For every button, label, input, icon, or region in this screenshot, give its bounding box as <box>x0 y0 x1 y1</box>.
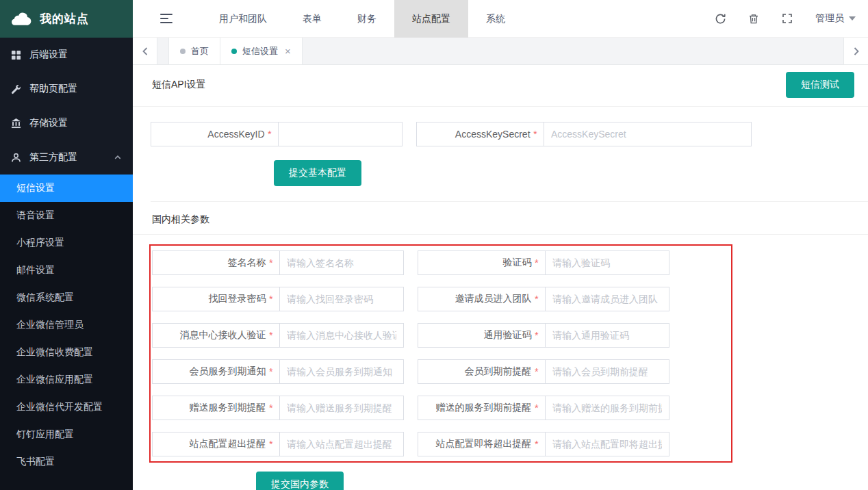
sidebar-item-email-settings[interactable]: 邮件设置 <box>0 257 133 284</box>
nav-item-system[interactable]: 系统 <box>468 0 523 38</box>
field-label: 赠送的服务到期前提醒* <box>418 396 546 420</box>
sidebar-item-wechat-system-config[interactable]: 微信系统配置 <box>0 284 133 311</box>
field-label: 站点配置超出提醒* <box>152 432 280 456</box>
sidebar-item-wecom-dev-config[interactable]: 企业微信代开发配置 <box>0 394 133 421</box>
message-center-receiver-input[interactable] <box>280 323 404 348</box>
admin-menu[interactable]: 管理员 <box>815 12 856 25</box>
chevron-up-icon <box>114 153 122 162</box>
field-member-expiry-reminder: 会员到期前提醒* <box>418 359 669 384</box>
sidebar-item-label: 后端设置 <box>29 49 68 61</box>
field-gift-service-expiry-reminder: 赠送服务到期提醒* <box>152 396 404 420</box>
sidebar-item-label: 帮助页配置 <box>29 83 77 95</box>
required-marker: * <box>535 402 538 413</box>
field-label: 站点配置即将超出提醒* <box>418 432 546 456</box>
tab-sms-settings[interactable]: 短信设置 × <box>220 38 303 64</box>
field-label: 赠送服务到期提醒* <box>152 396 280 420</box>
sidebar-item-dingtalk-app-config[interactable]: 钉钉应用配置 <box>0 421 133 448</box>
domestic-section-header: 国内相关参数 <box>133 202 868 235</box>
gift-service-pre-expiry-reminder-input[interactable] <box>546 396 669 420</box>
refresh-icon[interactable] <box>715 13 726 25</box>
tab-label: 短信设置 <box>242 45 278 57</box>
api-section-header: 短信API设置 短信测试 <box>133 65 868 107</box>
api-section-title: 短信API设置 <box>152 79 206 91</box>
gift-service-expiry-reminder-input[interactable] <box>280 396 404 420</box>
field-label: 消息中心接收人验证* <box>152 323 280 348</box>
nav-item-site-config[interactable]: 站点配置 <box>394 0 468 38</box>
required-marker: * <box>269 257 272 268</box>
site-config-about-to-exceed-reminder-input[interactable] <box>546 432 669 456</box>
field-site-config-about-to-exceed-reminder: 站点配置即将超出提醒* <box>418 432 669 456</box>
required-marker: * <box>535 330 538 341</box>
field-label: AccessKeySecret* <box>416 122 544 146</box>
sidebar-item-voice-settings[interactable]: 语音设置 <box>0 202 133 229</box>
sidebar-item-label: 第三方配置 <box>29 151 77 164</box>
nav-item-finance[interactable]: 财务 <box>340 0 394 38</box>
domestic-params-highlight-box: 签名名称* 验证码* 找回登录密码* 邀请成员进入团队* <box>149 244 732 463</box>
tabs-scroll-left-icon[interactable] <box>133 38 157 64</box>
sidebar-item-wecom-admin[interactable]: 企业微信管理员 <box>0 311 133 339</box>
submit-domestic-params-button[interactable]: 提交国内参数 <box>256 472 344 490</box>
signature-name-input[interactable] <box>280 250 404 275</box>
site-title: 我的站点 <box>40 11 89 27</box>
chevron-down-icon <box>849 16 856 21</box>
field-accesskeysecret: AccessKeySecret* <box>416 122 752 146</box>
collapse-sidebar-icon[interactable] <box>160 14 173 23</box>
sidebar-item-sms-settings[interactable]: 短信设置 <box>0 175 133 202</box>
member-service-expiry-notice-input[interactable] <box>280 359 404 384</box>
field-label: 通用验证码* <box>418 323 546 348</box>
tab-dot <box>180 49 186 54</box>
field-label: 会员到期前提醒* <box>418 359 546 384</box>
field-general-verification-code: 通用验证码* <box>418 323 669 348</box>
required-marker: * <box>535 257 538 268</box>
site-config-exceeded-reminder-input[interactable] <box>280 432 404 456</box>
field-label: 会员服务到期通知* <box>152 359 280 384</box>
sidebar: 我的站点 后端设置 帮助页配置 存储设置 第三方配置 <box>0 0 133 490</box>
trash-icon[interactable] <box>748 13 760 25</box>
sidebar-item-feishu-config[interactable]: 飞书配置 <box>0 448 133 476</box>
sidebar-item-storage-settings[interactable]: 存储设置 <box>0 106 133 140</box>
field-message-center-receiver: 消息中心接收人验证* <box>152 323 404 348</box>
field-gift-service-pre-expiry-reminder: 赠送的服务到期前提醒* <box>418 396 669 420</box>
sms-test-button[interactable]: 短信测试 <box>786 72 854 98</box>
verification-code-input[interactable] <box>546 250 669 275</box>
nav-item-users-teams[interactable]: 用户和团队 <box>201 0 285 38</box>
tab-home[interactable]: 首页 <box>168 38 220 64</box>
field-invite-member: 邀请成员进入团队* <box>418 287 669 311</box>
sidebar-item-wecom-app-config[interactable]: 企业微信应用配置 <box>0 366 133 394</box>
tab-bar: 首页 短信设置 × <box>133 38 868 65</box>
top-nav-items: 用户和团队 表单 财务 站点配置 系统 <box>201 0 523 38</box>
accesskeysecret-input[interactable] <box>544 122 752 146</box>
tabs-scroll-right-icon[interactable] <box>843 38 868 64</box>
required-marker: * <box>269 366 272 377</box>
accesskeyid-input[interactable] <box>279 122 403 146</box>
nav-item-forms[interactable]: 表单 <box>285 0 340 38</box>
member-expiry-reminder-input[interactable] <box>546 359 669 384</box>
tab-dot <box>231 49 237 54</box>
tab-label: 首页 <box>191 45 209 57</box>
sidebar-item-wecom-billing-config[interactable]: 企业微信收费配置 <box>0 339 133 366</box>
submit-basic-config-button[interactable]: 提交基本配置 <box>274 160 361 186</box>
field-verification-code: 验证码* <box>418 250 669 275</box>
required-marker: * <box>535 366 538 377</box>
sidebar-item-third-party-config[interactable]: 第三方配置 <box>0 140 133 175</box>
field-accesskeyid: AccessKeyID* <box>151 122 403 146</box>
logo: 我的站点 <box>0 0 133 38</box>
fullscreen-icon[interactable] <box>782 13 793 25</box>
required-marker: * <box>535 294 538 305</box>
field-label: 签名名称* <box>152 250 280 275</box>
required-marker: * <box>535 439 538 450</box>
sidebar-item-backend-settings[interactable]: 后端设置 <box>0 38 133 72</box>
close-icon[interactable]: × <box>285 46 291 56</box>
user-icon <box>11 152 22 163</box>
field-retrieve-password: 找回登录密码* <box>152 287 404 311</box>
sidebar-item-help-page-config[interactable]: 帮助页配置 <box>0 72 133 106</box>
invite-member-input[interactable] <box>546 287 669 311</box>
retrieve-password-input[interactable] <box>280 287 404 311</box>
api-form: AccessKeyID* AccessKeySecret* 提交基本配置 <box>133 107 868 202</box>
general-verification-code-input[interactable] <box>546 323 669 348</box>
required-marker: * <box>269 402 272 413</box>
sidebar-item-miniprogram-settings[interactable]: 小程序设置 <box>0 229 133 257</box>
bank-icon <box>11 118 22 129</box>
field-site-config-exceeded-reminder: 站点配置超出提醒* <box>152 432 404 456</box>
grid-icon <box>11 49 22 60</box>
